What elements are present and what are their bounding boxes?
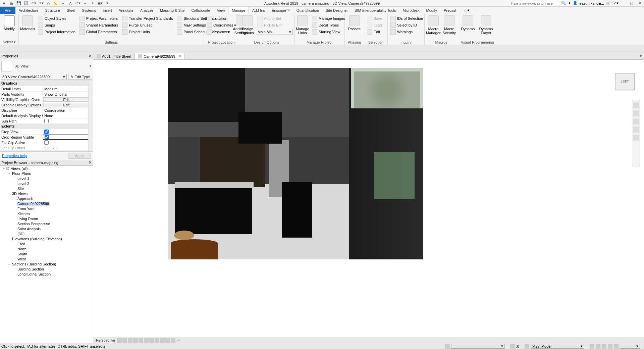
tab-microdesk[interactable]: Microdesk bbox=[399, 7, 423, 14]
drag-elements-icon[interactable] bbox=[614, 344, 619, 349]
design-options-button[interactable]: Design Options bbox=[240, 15, 255, 35]
tab-precast[interactable]: Precast bbox=[440, 7, 460, 14]
tab-analyze[interactable]: Analyze bbox=[137, 7, 157, 14]
tab-add-ins[interactable]: Add-Ins bbox=[249, 7, 268, 14]
tab-modify[interactable]: Modify bbox=[423, 7, 440, 14]
shared-parameters-button[interactable]: Shared Parameters bbox=[78, 22, 119, 28]
viewtabs-expand-icon[interactable]: ▾ bbox=[638, 53, 644, 59]
edit-button[interactable]: Edit bbox=[366, 29, 383, 35]
tab-steel[interactable]: Steel bbox=[63, 7, 78, 14]
qat-customize-icon[interactable]: ▾ bbox=[105, 1, 110, 6]
type-selector[interactable]: 3D View ▾ bbox=[0, 59, 93, 73]
dim-icon[interactable]: ↔ bbox=[60, 1, 66, 6]
properties-close-icon[interactable]: ✕ bbox=[89, 54, 92, 58]
tab-structure[interactable]: Structure bbox=[42, 7, 63, 14]
apply-button[interactable]: Apply bbox=[68, 153, 91, 159]
view-icon[interactable]: ⟳▾ bbox=[75, 1, 80, 6]
sync-icon[interactable]: 🔃 bbox=[23, 1, 29, 6]
checkbox[interactable] bbox=[45, 135, 49, 139]
design-option-combo[interactable]: Main Mo...▾ bbox=[256, 29, 293, 35]
position--button[interactable]: Position ▾ bbox=[205, 29, 237, 35]
analytical-icon[interactable] bbox=[171, 338, 175, 343]
main-model-combo[interactable]: Main Model▾ bbox=[531, 344, 584, 349]
navigation-bar[interactable] bbox=[632, 100, 640, 167]
prop-default-analysis-display-s-[interactable]: Default Analysis Display S...None bbox=[0, 113, 93, 118]
view-control-expand-icon[interactable]: < bbox=[176, 338, 181, 342]
ids-of-selection-button[interactable]: IDs of Selection bbox=[389, 15, 424, 21]
crop-view-icon[interactable] bbox=[144, 338, 149, 343]
close-icon[interactable]: ✕ bbox=[637, 1, 643, 6]
zoom-icon[interactable] bbox=[633, 118, 639, 124]
select-links-icon[interactable] bbox=[590, 344, 594, 349]
browser-close-icon[interactable]: ✕ bbox=[89, 160, 92, 165]
properties-help-link[interactable]: Properties help bbox=[2, 154, 27, 158]
prop-sun-path[interactable]: Sun Path bbox=[0, 118, 93, 124]
sun-path-icon[interactable] bbox=[128, 338, 132, 343]
modify-button[interactable]: Modify bbox=[1, 15, 17, 31]
tab-manage[interactable]: Manage bbox=[228, 7, 249, 14]
tab-massing-site[interactable]: Massing & Site bbox=[157, 7, 188, 14]
tab-site-designer[interactable]: Site Designer bbox=[322, 7, 351, 14]
tree-twisty-icon[interactable]: − bbox=[7, 237, 11, 241]
tree-floor-plans[interactable]: −Floor Plans bbox=[0, 171, 93, 176]
checkbox[interactable] bbox=[44, 130, 49, 134]
tree-from-yard[interactable]: From Yard bbox=[0, 206, 93, 211]
measure-icon[interactable]: 📐 bbox=[53, 1, 58, 6]
starting-view-button[interactable]: Starting View bbox=[311, 29, 346, 35]
active-only-icon[interactable] bbox=[525, 344, 529, 349]
project-units-button[interactable]: Project Units bbox=[121, 29, 174, 35]
dynamo-player-button[interactable]: Dynamo Player bbox=[478, 15, 494, 35]
tab-quantification[interactable]: Quantification bbox=[293, 7, 322, 14]
project-parameters-button[interactable]: Project Parameters bbox=[78, 15, 119, 21]
viewtab-close-icon[interactable]: ✕ bbox=[178, 54, 181, 58]
visual-style-icon[interactable] bbox=[122, 338, 127, 343]
viewtab-a001-title-sheet[interactable]: A001 - Title Sheet bbox=[93, 53, 135, 59]
detail-level-icon[interactable] bbox=[117, 338, 122, 343]
tree-level-2[interactable]: Level 2 bbox=[0, 181, 93, 186]
prop-visibility-graphics-overri-[interactable]: Visibility/Graphics Overri...Edit... bbox=[0, 97, 93, 102]
phases-button[interactable]: Phases bbox=[346, 15, 363, 31]
infocenter-search-icon[interactable]: 🔍 bbox=[561, 1, 566, 5]
prop-crop-region-visible[interactable]: Crop Region Visible bbox=[0, 135, 93, 140]
minimize-icon[interactable]: — bbox=[621, 1, 627, 6]
tree-sections-building-section-[interactable]: −Sections (Building Section) bbox=[0, 261, 93, 266]
ribbon-display-icon[interactable]: ▭▾ bbox=[462, 7, 472, 14]
tree-west[interactable]: West bbox=[0, 256, 93, 261]
macro-security-button[interactable]: Macro Security bbox=[442, 15, 457, 35]
app-store-icon[interactable]: 🛒 bbox=[606, 1, 611, 5]
scale-label[interactable]: Perspective bbox=[95, 338, 116, 342]
select-face-icon[interactable] bbox=[608, 344, 612, 349]
lookaround-icon[interactable] bbox=[633, 135, 639, 141]
prop-detail-level[interactable]: Detail LevelMedium bbox=[0, 86, 93, 92]
orbit-icon[interactable] bbox=[633, 127, 639, 133]
edit-type-button[interactable]: ✎Edit Type bbox=[68, 74, 92, 80]
tab-insert[interactable]: Insert bbox=[99, 7, 115, 14]
tab-collaborate[interactable]: Collaborate bbox=[188, 7, 213, 14]
tree-elevations-building-elevation-[interactable]: −Elevations (Building Elevation) bbox=[0, 236, 93, 241]
prop-discipline[interactable]: DisciplineCoordination bbox=[0, 108, 93, 113]
tree-views-all-[interactable]: −◎Views (all) bbox=[0, 166, 93, 171]
checkbox[interactable] bbox=[44, 119, 49, 123]
manage-images-button[interactable]: Manage Images bbox=[311, 15, 346, 21]
dynamo-button[interactable]: Dynamo bbox=[460, 15, 476, 31]
tree-solar-analysis[interactable]: Solar Analysis bbox=[0, 226, 93, 231]
tree-section-perspective[interactable]: Section Perspective bbox=[0, 221, 93, 226]
filter-combo[interactable]: ▾ bbox=[620, 344, 640, 349]
tree-camera949228599[interactable]: Camera949228599 bbox=[0, 201, 93, 206]
switch-windows-icon[interactable]: ▣▾ bbox=[97, 1, 103, 6]
prop-far-clip-offset[interactable]: Far Clip Offset92887.6 bbox=[0, 145, 93, 151]
tree-east[interactable]: East bbox=[0, 241, 93, 246]
shadows-icon[interactable] bbox=[133, 338, 138, 343]
tab-view[interactable]: View bbox=[214, 7, 228, 14]
thin-lines-icon[interactable]: ≡ bbox=[83, 1, 88, 6]
open-icon[interactable]: 🗁 bbox=[9, 1, 14, 6]
reveal-hidden-icon[interactable] bbox=[165, 338, 170, 343]
instance-filter-combo[interactable]: 3D View: Camera949228599▾ bbox=[1, 74, 67, 80]
select-underlay-icon[interactable] bbox=[596, 344, 600, 349]
tree-approach[interactable]: Approach bbox=[0, 196, 93, 201]
snaps-button[interactable]: Snaps bbox=[37, 22, 77, 28]
tab-architecture[interactable]: Architecture bbox=[15, 7, 42, 14]
print-icon[interactable]: ⎙ bbox=[46, 1, 51, 6]
crop-region-icon[interactable] bbox=[149, 338, 154, 343]
tree-building-section[interactable]: Building Section bbox=[0, 266, 93, 271]
